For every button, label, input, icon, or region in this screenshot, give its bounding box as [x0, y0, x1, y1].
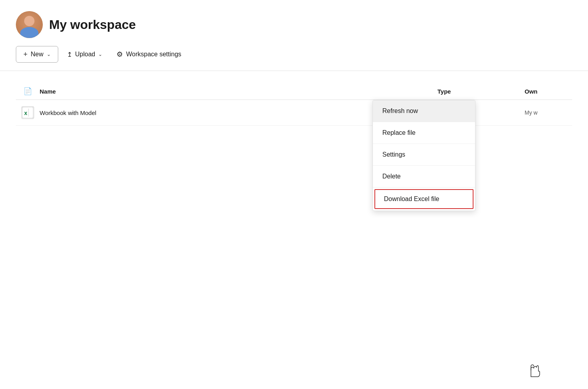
workspace-title: My workspace: [49, 17, 136, 32]
col-type-header: Type: [437, 88, 525, 95]
col-owner-header: Own: [525, 88, 572, 95]
plus-icon: +: [23, 50, 28, 59]
context-menu-item-delete[interactable]: Delete: [373, 166, 475, 188]
context-menu-item-replace[interactable]: Replace file: [373, 122, 475, 144]
new-label: New: [31, 51, 44, 58]
upload-button[interactable]: ↥ Upload ⌄: [61, 46, 108, 63]
cursor-icon: [528, 362, 540, 381]
gear-icon: ⚙: [116, 50, 123, 59]
avatar-image: [16, 11, 43, 38]
table-row: x Workbook with Model ··· Workbook My w …: [16, 100, 572, 126]
svg-text:x: x: [24, 110, 27, 116]
excel-icon-svg: x: [22, 107, 33, 118]
row-icon: x: [16, 106, 40, 119]
upload-icon: ↥: [67, 51, 72, 58]
workspace-settings-button[interactable]: ⚙ Workspace settings: [111, 46, 187, 63]
new-button[interactable]: + New ⌄: [16, 46, 58, 63]
context-menu-item-refresh[interactable]: Refresh now: [373, 100, 475, 122]
workspace-settings-label: Workspace settings: [126, 51, 181, 58]
main-container: My workspace + New ⌄ ↥ Upload ⌄ ⚙ Worksp…: [0, 0, 588, 389]
row-name: Workbook with Model: [40, 109, 420, 116]
chevron-down-icon: ⌄: [47, 52, 51, 57]
doc-icon: 📄: [23, 87, 32, 96]
workspace-title-row: My workspace: [16, 11, 572, 38]
context-menu-item-download[interactable]: Download Excel file: [374, 189, 473, 209]
hand-cursor: [528, 362, 540, 378]
row-owner: My w: [525, 109, 572, 116]
toolbar-row: + New ⌄ ↥ Upload ⌄ ⚙ Workspace settings: [16, 46, 572, 63]
upload-chevron-icon: ⌄: [98, 52, 102, 57]
context-menu: Refresh now Replace file Settings Delete…: [372, 100, 475, 211]
context-menu-item-settings[interactable]: Settings: [373, 144, 475, 166]
col-name-header: Name: [40, 88, 437, 95]
header: My workspace + New ⌄ ↥ Upload ⌄ ⚙ Worksp…: [0, 0, 588, 71]
table-header: 📄 Name Type Own: [16, 83, 572, 100]
avatar: [16, 11, 43, 38]
table-container: 📄 Name Type Own x Workbook with Model ··…: [0, 71, 588, 126]
excel-icon: x: [21, 106, 34, 119]
upload-label: Upload: [75, 51, 95, 58]
col-icon-header: 📄: [16, 87, 40, 96]
